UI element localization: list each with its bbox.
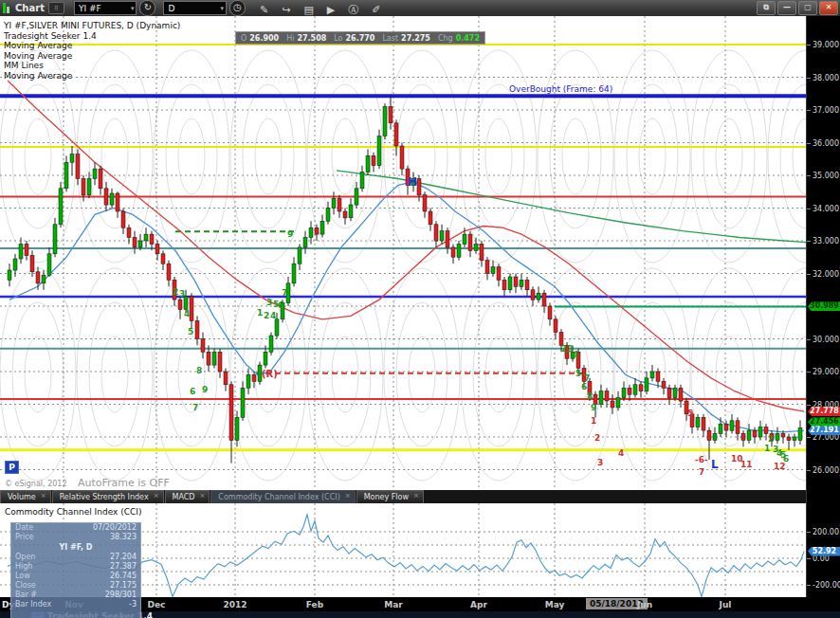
window-controls: ⧉—▢✕ <box>755 1 838 15</box>
tooltip-value: 07/20/2012 <box>93 523 137 533</box>
svg-text:1: 1 <box>764 444 770 453</box>
tooltip-value: 38.323 <box>110 533 137 542</box>
price-chart-pane[interactable]: OverBought (Frame: 64)234586971243567923… <box>0 16 806 490</box>
axis-tick <box>807 532 811 533</box>
price-tick-label: 26.000 <box>813 466 839 475</box>
tab-label: Commodity Channel Index (CCI) <box>218 493 339 501</box>
chg-value: 0.472 <box>456 34 480 43</box>
axis-tick <box>807 470 811 471</box>
axis-tick <box>807 274 811 275</box>
svg-text:8: 8 <box>587 391 593 401</box>
clock-icon: ◷ <box>233 2 242 12</box>
svg-text:7: 7 <box>584 373 590 383</box>
tab-volume[interactable]: Volume× <box>0 490 51 503</box>
close-icon[interactable]: × <box>199 492 205 500</box>
chart-page-icon[interactable]: ⠿ <box>48 2 64 14</box>
close-icon[interactable]: × <box>154 492 159 500</box>
tab-commodity-channel-index-cci-[interactable]: Commodity Channel Index (CCI)× <box>210 490 355 503</box>
tooltip-row: Low26.745 <box>11 572 140 581</box>
restore-window-button[interactable]: ⧉ <box>757 1 776 15</box>
svg-text:6: 6 <box>278 300 283 310</box>
autoframe-status: AutoFrame is OFF <box>78 477 170 489</box>
tab-label: Volume <box>8 493 36 501</box>
last-value: 27.275 <box>401 34 430 43</box>
symbol-value: YI #F <box>79 4 128 13</box>
svg-text:5: 5 <box>687 409 693 418</box>
tab-relative-strength-index[interactable]: Relative Strength Index× <box>52 490 164 503</box>
tooltip-label: Date <box>15 523 33 533</box>
interval-combo[interactable]: D ▾ <box>163 1 227 15</box>
open-value: 26.900 <box>249 34 279 43</box>
tooltip-symbol-title: YI #F, D <box>11 542 140 553</box>
svg-text:-6-: -6- <box>695 455 708 464</box>
title-bar: Chart ⠿ YI #F ▾ ↻ D ▾ ◷ ✎↪▤▶Ⓐ✐ ⧉—▢✕ <box>0 0 840 16</box>
price-badge: 27.456 <box>808 417 840 427</box>
tooltip-row: High27.387 <box>11 562 140 572</box>
svg-text:3: 3 <box>179 289 185 299</box>
drawing-toolbar: ✎↪▤▶Ⓐ✐ <box>253 0 388 17</box>
axis-tick <box>807 241 811 242</box>
price-tick-label: 36.000 <box>813 139 839 148</box>
svg-text:4: 4 <box>270 311 276 320</box>
price-tick-label: 35.000 <box>813 172 839 180</box>
axis-tick <box>807 209 811 209</box>
pointer-mode-badge[interactable]: P <box>5 461 19 474</box>
svg-text:6: 6 <box>581 382 587 391</box>
price-tick-label: 32.000 <box>813 270 839 279</box>
quote-board-icon[interactable]: ▤ <box>303 4 313 16</box>
chart-window: Chart ⠿ YI #F ▾ ↻ D ▾ ◷ ✎↪▤▶Ⓐ✐ ⧉—▢✕ Over… <box>0 0 840 618</box>
axis-tick <box>807 339 811 340</box>
overbought-label: OverBought (Frame: 64) <box>509 84 612 94</box>
time-template-button[interactable]: ◷ <box>229 0 246 16</box>
legend-row: Moving Average <box>4 41 72 50</box>
auto-circle-icon[interactable]: Ⓐ <box>348 4 358 16</box>
tooltip-label: Price <box>15 533 34 542</box>
tab-money-flow[interactable]: Money Flow× <box>356 490 424 503</box>
maximize-window-button[interactable]: ▢ <box>798 1 817 15</box>
price-tick-label: 29.000 <box>813 368 839 376</box>
price-axis[interactable]: 39.00038.00037.00036.00035.00034.00033.0… <box>806 16 840 597</box>
svg-text:2: 2 <box>768 434 774 444</box>
legend-row: Tradesight Seeker 1.4 <box>4 31 97 41</box>
time-axis-label: Dec <box>148 600 166 609</box>
play-circle-icon[interactable]: ▶ <box>327 4 335 16</box>
time-axis-label: May <box>545 600 565 609</box>
time-axis-label: Jul <box>720 600 732 609</box>
legend-row: MM Lines <box>4 61 44 70</box>
price-badge: 30.989 <box>808 301 840 311</box>
tooltip-value: 27.204 <box>110 553 137 562</box>
close-icon[interactable]: × <box>413 492 419 500</box>
axis-tick <box>807 78 811 79</box>
tooltip-row: Bar Index-3 <box>11 600 140 609</box>
svg-text:23: 23 <box>561 344 574 354</box>
svg-text:7: 7 <box>699 467 704 477</box>
chevron-down-icon: ▾ <box>220 5 224 12</box>
close-icon[interactable]: × <box>41 492 46 500</box>
svg-text:4: 4 <box>184 309 190 318</box>
price-tick-label: 34.000 <box>813 205 839 213</box>
redo-arrow-icon[interactable]: ↪ <box>282 4 290 16</box>
close-icon[interactable]: × <box>345 492 351 500</box>
svg-text:9: 9 <box>591 403 596 412</box>
copyright-text: © eSignal, 2012 <box>5 480 66 488</box>
tooltip-label: Close <box>15 581 36 591</box>
refresh-icon: ↻ <box>144 2 152 12</box>
price-tick-label: 33.000 <box>813 237 839 245</box>
svg-text:(R): (R) <box>262 369 278 379</box>
price-tick-label: 39.000 <box>813 41 839 49</box>
cci-badge: 52.92 <box>808 547 840 556</box>
draw-pencil-icon[interactable]: ✎ <box>260 4 268 16</box>
price-tick-label: 30.000 <box>813 336 839 344</box>
marker-pen-icon[interactable]: ✐ <box>372 4 380 16</box>
svg-text:3: 3 <box>266 298 272 307</box>
symbol-history-button[interactable]: ↻ <box>139 0 155 16</box>
cci-tick-label: -200.00 <box>813 581 840 590</box>
minimize-window-button[interactable]: — <box>777 1 796 15</box>
svg-text:H: H <box>408 175 417 189</box>
legend-row: Moving Average <box>4 51 72 61</box>
symbol-combo[interactable]: YI #F ▾ <box>74 1 137 15</box>
tooltip-value: 26.745 <box>110 572 137 581</box>
svg-text:7: 7 <box>282 288 287 298</box>
tab-macd[interactable]: MACD× <box>165 490 210 503</box>
close-window-button[interactable]: ✕ <box>819 1 838 15</box>
